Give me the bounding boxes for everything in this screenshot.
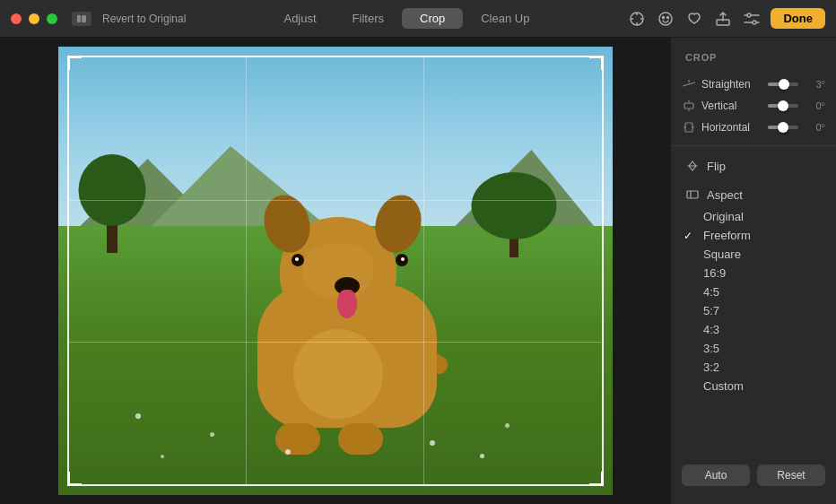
aspect-item-original[interactable]: Original xyxy=(671,207,836,226)
vertical-thumb[interactable] xyxy=(778,100,788,111)
svg-rect-0 xyxy=(77,15,81,22)
panel-title: CROP xyxy=(671,52,836,74)
svg-rect-17 xyxy=(687,191,698,198)
flip-row[interactable]: Flip xyxy=(671,153,836,178)
aspect-label-5-7: 5:7 xyxy=(703,304,719,317)
aspect-label-3-2: 3:2 xyxy=(703,361,719,374)
titlebar-right: Done xyxy=(627,8,825,29)
right-panel: CROP Straighten 3° xyxy=(670,38,836,504)
maximize-button[interactable] xyxy=(47,13,57,24)
aspect-label-custom: Custom xyxy=(703,379,744,393)
aspect-item-square[interactable]: Square xyxy=(671,245,836,264)
aspect-icon xyxy=(685,187,700,202)
horizontal-slider[interactable] xyxy=(768,126,798,129)
vertical-icon xyxy=(682,99,696,113)
flip-label: Flip xyxy=(707,160,726,173)
tab-crop[interactable]: Crop xyxy=(402,8,463,29)
aspect-item-4-3[interactable]: 4:3 xyxy=(671,320,836,339)
svg-point-3 xyxy=(659,13,672,25)
aspect-item-freeform[interactable]: ✓ Freeform xyxy=(671,226,836,245)
aspect-item-5-7[interactable]: 5:7 xyxy=(671,301,836,320)
nav-tabs: Adjust Filters Crop Clean Up xyxy=(266,8,547,29)
flip-icon xyxy=(685,159,700,173)
aspect-label-freeform: Freeform xyxy=(703,229,751,242)
photo-area xyxy=(0,38,670,504)
checkmark-freeform: ✓ xyxy=(684,230,696,242)
svg-point-5 xyxy=(667,16,669,18)
straighten-slider-row: Straighten 3° xyxy=(671,74,836,95)
aspect-label-16-9: 16:9 xyxy=(703,266,726,280)
auto-button[interactable]: Auto xyxy=(682,465,750,486)
share-icon[interactable] xyxy=(713,9,733,29)
aspect-label-square: Square xyxy=(703,248,741,261)
horizontal-label: Horizontal xyxy=(701,121,762,134)
tab-cleanup[interactable]: Clean Up xyxy=(463,8,547,29)
photo-image xyxy=(58,47,613,495)
tab-adjust[interactable]: Adjust xyxy=(266,8,334,29)
aspect-title: Aspect xyxy=(707,188,743,202)
aspect-label-4-3: 4:3 xyxy=(703,323,719,336)
adjust-icon[interactable] xyxy=(742,9,762,29)
horizontal-slider-row: Horizontal 0° xyxy=(671,117,836,138)
aspect-section: Aspect Original ✓ Freeform Square 16:9 xyxy=(671,178,836,401)
location-icon[interactable] xyxy=(627,9,647,29)
vertical-value: 0° xyxy=(804,100,825,111)
straighten-slider[interactable] xyxy=(768,83,798,86)
titlebar: Revert to Original Adjust Filters Crop C… xyxy=(0,0,836,38)
window-controls xyxy=(72,12,91,26)
horizontal-thumb[interactable] xyxy=(778,122,788,133)
sidebar-toggle[interactable] xyxy=(72,12,91,26)
aspect-header[interactable]: Aspect xyxy=(671,184,836,207)
traffic-lights xyxy=(11,13,57,24)
vertical-label: Vertical xyxy=(701,100,762,112)
aspect-label-3-5: 3:5 xyxy=(703,342,719,355)
heart-icon[interactable] xyxy=(684,9,704,29)
divider xyxy=(671,145,836,146)
aspect-label-4-5: 4:5 xyxy=(703,285,719,299)
straighten-thumb[interactable] xyxy=(779,79,789,90)
aspect-item-custom[interactable]: Custom xyxy=(671,377,836,395)
aspect-item-16-9[interactable]: 16:9 xyxy=(671,264,836,282)
horizontal-icon xyxy=(682,120,696,135)
vertical-slider[interactable] xyxy=(768,104,798,108)
tab-filters[interactable]: Filters xyxy=(335,8,402,29)
svg-point-4 xyxy=(663,16,665,18)
aspect-item-4-5[interactable]: 4:5 xyxy=(671,282,836,301)
panel-footer: Auto Reset xyxy=(671,457,836,493)
straighten-icon xyxy=(682,77,696,91)
horizontal-value: 0° xyxy=(804,122,825,133)
aspect-item-3-2[interactable]: 3:2 xyxy=(671,358,836,377)
reset-button[interactable]: Reset xyxy=(757,465,825,486)
straighten-label: Straighten xyxy=(701,78,762,91)
straighten-value: 3° xyxy=(804,79,825,90)
main-content: CROP Straighten 3° xyxy=(0,38,836,504)
done-button[interactable]: Done xyxy=(771,8,825,29)
aspect-label-original: Original xyxy=(703,210,744,223)
aspect-item-3-5[interactable]: 3:5 xyxy=(671,339,836,358)
minimize-button[interactable] xyxy=(29,13,39,24)
svg-line-9 xyxy=(683,83,695,86)
svg-rect-11 xyxy=(684,103,693,109)
svg-rect-14 xyxy=(685,123,692,132)
close-button[interactable] xyxy=(11,13,22,24)
photo-container[interactable] xyxy=(58,47,613,495)
svg-rect-1 xyxy=(82,15,86,22)
vertical-slider-row: Vertical 0° xyxy=(671,95,836,117)
revert-button[interactable]: Revert to Original xyxy=(102,13,186,25)
emoji-icon[interactable] xyxy=(656,9,675,29)
